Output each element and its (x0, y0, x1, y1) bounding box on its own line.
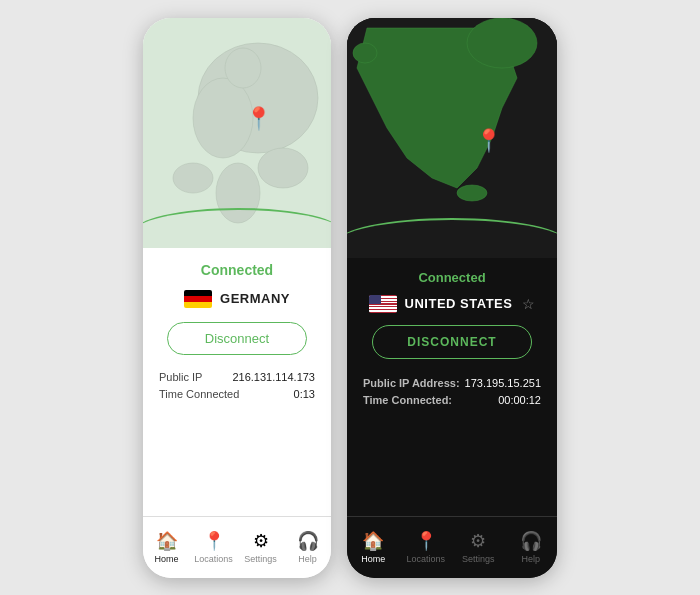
public-ip-value: 216.131.114.173 (232, 371, 315, 383)
home-icon: 🏠 (156, 530, 178, 552)
nav-locations[interactable]: 📍 Locations (190, 530, 237, 564)
dark-nav-bar: 🏠 Home 📍 Locations ⚙ Settings 🎧 Help (347, 516, 557, 578)
public-ip-value-dark: 173.195.15.251 (465, 377, 541, 389)
light-map: 📍 (143, 18, 331, 248)
nav-settings-label: Settings (244, 554, 277, 564)
location-pin: 📍 (245, 106, 272, 132)
dark-nav-locations-label: Locations (406, 554, 445, 564)
flag-germany (184, 290, 212, 308)
locations-icon: 📍 (203, 530, 225, 552)
time-label: Time Connected (159, 388, 239, 400)
favorite-star-icon[interactable]: ☆ (522, 296, 535, 312)
dark-map: 📍 (347, 18, 557, 258)
public-ip-label-dark: Public IP Address: (363, 377, 460, 389)
nav-home[interactable]: 🏠 Home (143, 530, 190, 564)
time-row: Time Connected 0:13 (159, 388, 315, 400)
dark-nav-settings-label: Settings (462, 554, 495, 564)
nav-home-label: Home (154, 554, 178, 564)
dark-locations-icon: 📍 (415, 530, 437, 552)
country-name-dark: UNITED STATES (405, 296, 513, 311)
dark-phone: 📍 Connected UNITED STATES ☆ DISCONNECT P… (347, 18, 557, 578)
arc-decoration (143, 208, 331, 248)
dark-nav-locations[interactable]: 📍 Locations (400, 530, 453, 564)
svg-point-2 (193, 78, 253, 158)
dark-settings-icon: ⚙ (470, 530, 486, 552)
time-row-dark: Time Connected: 00:00:12 (363, 394, 541, 406)
dark-help-icon: 🎧 (520, 530, 542, 552)
flag-us (369, 295, 397, 313)
svg-point-4 (258, 148, 308, 188)
svg-point-9 (457, 185, 487, 201)
light-phone: 📍 Connected GERMANY Disconnect Public IP… (143, 18, 331, 578)
dark-nav-home-label: Home (361, 554, 385, 564)
dark-nav-help-label: Help (521, 554, 540, 564)
time-label-dark: Time Connected: (363, 394, 452, 406)
nav-locations-label: Locations (194, 554, 233, 564)
svg-point-10 (353, 43, 377, 63)
svg-point-3 (173, 163, 213, 193)
light-content: Connected GERMANY Disconnect Public IP 2… (143, 248, 331, 516)
country-row-dark: UNITED STATES ☆ (369, 295, 536, 313)
public-ip-row: Public IP 216.131.114.173 (159, 371, 315, 383)
dark-nav-settings[interactable]: ⚙ Settings (452, 530, 505, 564)
light-nav-bar: 🏠 Home 📍 Locations ⚙ Settings 🎧 Help (143, 516, 331, 578)
location-pin-dark: 📍 (475, 128, 502, 154)
status-text: Connected (201, 262, 273, 278)
dark-content: Connected UNITED STATES ☆ DISCONNECT Pub… (347, 258, 557, 516)
nav-settings[interactable]: ⚙ Settings (237, 530, 284, 564)
country-name: GERMANY (220, 291, 290, 306)
settings-icon: ⚙ (253, 530, 269, 552)
public-ip-row-dark: Public IP Address: 173.195.15.251 (363, 377, 541, 389)
svg-point-8 (467, 18, 537, 68)
country-row: GERMANY (184, 290, 290, 308)
time-value-dark: 00:00:12 (498, 394, 541, 406)
dark-nav-help[interactable]: 🎧 Help (505, 530, 558, 564)
svg-point-6 (225, 48, 261, 88)
time-value: 0:13 (294, 388, 315, 400)
status-text-dark: Connected (418, 270, 485, 285)
disconnect-button[interactable]: Disconnect (167, 322, 307, 355)
dark-home-icon: 🏠 (362, 530, 384, 552)
arc-decoration-dark (347, 218, 557, 258)
dark-nav-home[interactable]: 🏠 Home (347, 530, 400, 564)
disconnect-button-dark[interactable]: DISCONNECT (372, 325, 532, 359)
help-icon: 🎧 (297, 530, 319, 552)
nav-help[interactable]: 🎧 Help (284, 530, 331, 564)
public-ip-label: Public IP (159, 371, 202, 383)
nav-help-label: Help (298, 554, 317, 564)
